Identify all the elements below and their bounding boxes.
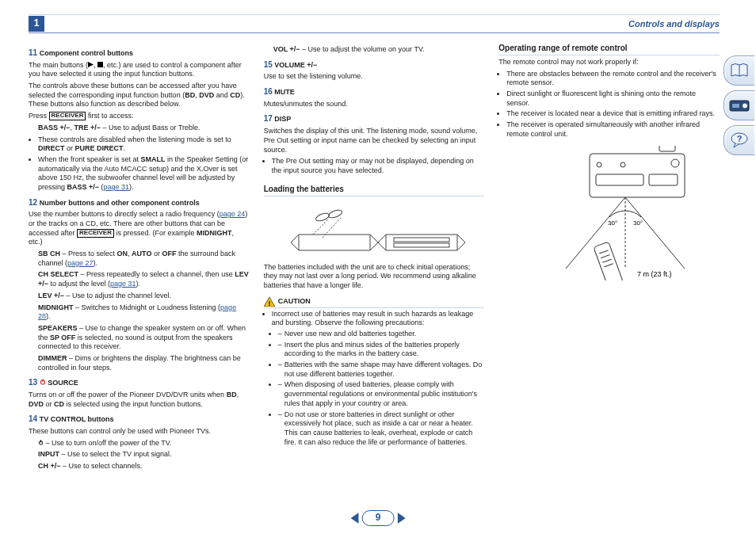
svg-marker-0 xyxy=(88,62,94,67)
operating-range-title: Operating range of remote control xyxy=(498,43,720,53)
item-11-note-2: When the front speaker is set at SMALL i… xyxy=(38,155,250,193)
svg-point-7 xyxy=(327,208,343,219)
item-14-p: These buttons can control only be used w… xyxy=(29,427,250,437)
item-12-sb: SB CH – Press to select ON, AUTO or OFF … xyxy=(29,250,250,268)
remote-range-diagram: 30° 30° 7 m (23 ft.) xyxy=(518,146,701,280)
range-distance: 7 m (23 ft.) xyxy=(637,270,672,278)
svg-line-25 xyxy=(601,254,609,257)
item-12-label: Number buttons and other component contr… xyxy=(40,199,200,207)
caution-d5: Do not use or store batteries in direct … xyxy=(278,410,485,448)
svg-rect-19 xyxy=(649,174,678,185)
svg-point-6 xyxy=(315,212,330,223)
caution-d3: Batteries with the same shape may have d… xyxy=(278,360,485,379)
svg-rect-12 xyxy=(590,154,685,197)
svg-text:!: ! xyxy=(268,299,270,307)
link-page-27[interactable]: page 27 xyxy=(67,259,94,267)
svg-point-17 xyxy=(620,162,625,167)
help-icon: ? xyxy=(730,132,749,149)
item-15-number: 15 xyxy=(264,60,273,69)
item-16-number: 16 xyxy=(264,87,273,96)
column-2: VOL +/− – Use to adjust the volume on yo… xyxy=(264,43,485,474)
svg-text:?: ? xyxy=(737,134,743,143)
column-1: 11 Component control buttons The main bu… xyxy=(29,43,250,474)
side-tabs: ? xyxy=(724,55,754,155)
link-page-24[interactable]: page 24 xyxy=(220,210,246,218)
svg-rect-23 xyxy=(594,242,624,280)
link-page-31-a[interactable]: page 31 xyxy=(104,183,130,191)
item-14-vol: VOL +/− – Use to adjust the volume on yo… xyxy=(264,45,485,55)
chapter-number-badge: 1 xyxy=(29,16,44,32)
receiver-icon xyxy=(729,98,750,113)
caution-d1: Never use new and old batteries together… xyxy=(278,330,485,339)
power-icon-2 xyxy=(38,440,44,445)
svg-rect-18 xyxy=(596,174,643,185)
item-11-number: 11 xyxy=(29,48,37,57)
range-b2: Direct sunlight or fluorescent light is … xyxy=(506,90,720,108)
angle-right: 30° xyxy=(633,219,643,227)
item-12-number: 12 xyxy=(29,198,37,207)
tab-book[interactable] xyxy=(724,55,754,86)
link-page-31-b[interactable]: page 31 xyxy=(110,280,136,288)
pager-prev-icon[interactable] xyxy=(351,513,359,524)
receiver-button-box: RECEIVER xyxy=(49,112,86,120)
item-12-mid: MIDNIGHT – Switches to Midnight or Loudn… xyxy=(29,303,250,322)
range-b3: The receiver is located near a device th… xyxy=(506,109,720,119)
item-11-note-1: These controls are disabled when the lis… xyxy=(38,135,250,154)
svg-marker-35 xyxy=(397,513,405,524)
svg-marker-34 xyxy=(351,513,359,524)
svg-point-16 xyxy=(597,162,601,167)
svg-point-30 xyxy=(743,104,747,109)
item-11-p1: The main buttons (, , etc.) are used to … xyxy=(29,61,250,79)
item-12-lev: LEV +/− – Use to adjust the channel leve… xyxy=(29,292,250,301)
pager: 9 xyxy=(351,510,406,526)
caution-icon: ! xyxy=(264,297,275,307)
item-16-p: Mutes/unmutes the sound. xyxy=(264,100,485,109)
item-13-label: SOURCE xyxy=(48,379,78,387)
item-15-p: Use to set the listening volume. xyxy=(264,72,485,82)
caution-d4: When disposing of used batteries, please… xyxy=(278,380,485,408)
item-14-ch: CH +/− – Use to select channels. xyxy=(29,462,250,471)
page-header: 1 Controls and displays xyxy=(29,14,720,33)
svg-line-26 xyxy=(602,259,611,262)
tab-receiver[interactable] xyxy=(724,90,754,120)
page-number: 9 xyxy=(362,510,395,526)
operating-range-p: The remote control may not work properly… xyxy=(498,58,720,67)
svg-line-24 xyxy=(599,250,608,253)
power-icon xyxy=(40,379,46,385)
column-3: Operating range of remote control The re… xyxy=(498,43,720,474)
item-17-p: Switches the display of this unit. The l… xyxy=(264,127,485,154)
svg-rect-9 xyxy=(394,243,449,247)
item-11-bass-tre: BASS +/−, TRE +/− – Use to adjust Bass o… xyxy=(29,124,250,133)
range-b4: The receiver is operated simultaneously … xyxy=(506,120,720,139)
battery-diagram xyxy=(283,203,465,258)
item-13-number: 13 xyxy=(29,378,37,387)
svg-line-27 xyxy=(604,263,613,266)
caution-header: ! CAUTION xyxy=(264,297,485,307)
item-17-number: 17 xyxy=(264,114,273,123)
angle-left: 30° xyxy=(608,219,617,227)
loading-batteries-p: The batteries included with the unit are… xyxy=(264,263,485,291)
pager-next-icon[interactable] xyxy=(397,513,405,524)
tab-help[interactable]: ? xyxy=(724,125,754,155)
svg-rect-8 xyxy=(394,238,449,242)
item-17-label: DISP xyxy=(274,115,291,123)
item-13-p: Turns on or off the power of the Pioneer… xyxy=(29,391,250,409)
svg-line-21 xyxy=(625,197,685,269)
book-icon xyxy=(730,63,749,78)
receiver-button-box-2: RECEIVER xyxy=(77,229,114,238)
caution-title: CAUTION xyxy=(278,297,311,307)
item-11-p3: Press RECEIVER first to access: xyxy=(29,112,250,121)
item-16-label: MUTE xyxy=(274,88,295,96)
item-12-ch: CH SELECT – Press repeatedly to select a… xyxy=(29,270,250,288)
chapter-title: Controls and displays xyxy=(44,18,720,29)
item-12-dim: DIMMER – Dims or brightens the display. … xyxy=(29,354,250,372)
item-14-number: 14 xyxy=(29,414,37,423)
svg-rect-13 xyxy=(659,146,675,151)
svg-line-20 xyxy=(566,197,625,269)
caution-intro: Incorrect use of batteries may result in… xyxy=(272,310,485,448)
item-14-in: INPUT – Use to select the TV input signa… xyxy=(29,450,250,460)
svg-point-15 xyxy=(671,159,679,167)
item-12-p1: Use the number buttons to directly selec… xyxy=(29,210,250,247)
item-14-pw: – Use to turn on/off the power of the TV… xyxy=(29,439,250,448)
item-11-p2: The controls above these buttons can be … xyxy=(29,82,250,109)
